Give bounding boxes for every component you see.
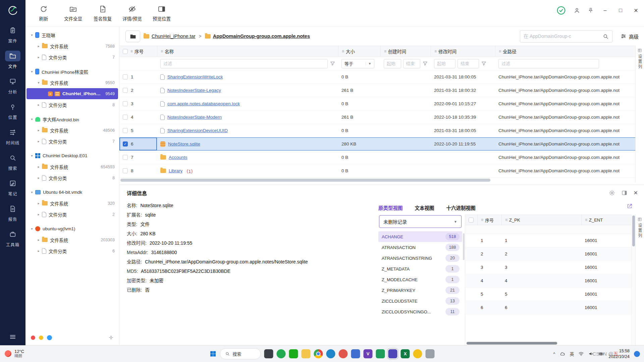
tree-node-label[interactable]: 李大辉Android.bin <box>43 116 115 123</box>
sidebar-item-8[interactable]: 报告 <box>1 201 24 225</box>
table-row[interactable]: 5SharingExtensionDeviceUUID0 B2021-03-31… <box>119 124 635 137</box>
viewer-tab-3[interactable]: 十六进制视图 <box>446 204 476 211</box>
tree-node[interactable]: ▸文件分类8 <box>26 99 118 110</box>
tree-chevron-icon[interactable]: ▸ <box>36 201 41 205</box>
table-row[interactable]: 7Accounts0 BChunHei_iPhone.tar/AppDomain… <box>119 151 635 164</box>
volume-icon[interactable] <box>588 351 594 357</box>
file-link[interactable]: Library <box>169 168 182 173</box>
table-row[interactable]: 2NotesIndexerState-Legacy261 B2021-03-31… <box>119 84 635 97</box>
tree-node[interactable]: ▸文件分类2 <box>26 209 118 220</box>
tree-chevron-icon[interactable]: ▾ <box>29 190 35 194</box>
grid-scrollbar-thumb[interactable] <box>467 342 557 345</box>
breadcrumb-label[interactable]: ChunHei_iPhone.tar <box>152 34 196 39</box>
open-external-icon[interactable] <box>627 203 633 209</box>
taskbar-search[interactable]: 搜索 <box>220 348 261 359</box>
tree-node-label[interactable]: 文件系统 <box>50 164 98 170</box>
tree-chevron-icon[interactable]: ▾ <box>29 33 35 37</box>
search-input[interactable] <box>524 34 600 39</box>
tree-node-label[interactable]: Ubuntu 64-bit.vmdk <box>43 190 115 195</box>
battery-icon[interactable] <box>598 351 604 357</box>
tree-node[interactable]: ▾王晓琳 <box>26 29 118 41</box>
column-settings-strip[interactable]: 设置列 <box>635 215 644 345</box>
name-filter-input[interactable] <box>160 59 328 68</box>
path-filter-input[interactable] <box>498 59 599 68</box>
db-table-name[interactable]: ZICCLOUDSTATE <box>382 299 417 304</box>
record-row[interactable]: 3316001 <box>465 261 631 274</box>
advanced-search-button[interactable]: 高级 <box>621 33 639 40</box>
file-link[interactable]: NoteStore.sqlite <box>168 141 200 146</box>
record-row[interactable]: 1116001 <box>465 234 631 247</box>
file-link[interactable]: Accounts <box>169 155 187 160</box>
taskbar-app-icon-10[interactable] <box>376 349 385 358</box>
db-table-name[interactable]: Z_PRIMARYKEY <box>382 288 415 293</box>
taskbar-app-icon-9[interactable]: V <box>364 349 373 358</box>
db-table-item[interactable]: ZICCLOUDSTATE13 <box>378 296 462 306</box>
taskbar-app-icon-3[interactable] <box>289 349 298 358</box>
record-row[interactable]: 5516001 <box>465 288 631 301</box>
tree-node[interactable]: ▾李大辉Android.bin <box>26 114 118 125</box>
created-end-input[interactable] <box>403 59 421 68</box>
scrollbar-thumb[interactable] <box>120 179 490 182</box>
file-link[interactable]: NotesIndexerState-Modern <box>167 115 222 120</box>
tree-node[interactable]: ▸文件分类7 <box>26 52 118 63</box>
tree-node-label[interactable]: ubuntu-vg(lvm1) <box>43 226 115 231</box>
taskbar-app-icon-2[interactable] <box>277 349 286 358</box>
tree-node[interactable]: ▾ubuntu-vg(lvm1) <box>26 223 118 234</box>
tree-node-label[interactable]: 文件系统 <box>50 200 105 207</box>
table-row[interactable]: 4NotesIndexerState-Modern261 B2022-10-18… <box>119 111 635 124</box>
row-checkbox[interactable] <box>123 101 128 106</box>
start-button[interactable] <box>210 350 217 357</box>
tree-node-label[interactable]: 文件系统 <box>50 127 100 134</box>
tree-chevron-icon[interactable]: ▸ <box>36 128 41 132</box>
column-size[interactable]: 大小 <box>346 48 355 55</box>
tree-chevron-icon[interactable]: ▾ <box>29 227 35 231</box>
db-table-name[interactable]: Z_MODELCACHE <box>382 277 418 282</box>
grid-vertical-scrollbar[interactable] <box>631 215 635 345</box>
row-checkbox[interactable] <box>123 74 128 79</box>
column-created[interactable]: 创建时间 <box>388 48 406 55</box>
tree-node[interactable]: ▸文件系统320 <box>26 198 118 209</box>
folder-up-button[interactable] <box>125 31 140 42</box>
record-row[interactable]: 6616001 <box>465 301 631 314</box>
table-row[interactable]: 1SharingExtensionWriteLock0 B2021-03-31 … <box>119 70 635 84</box>
child-count-link[interactable]: （1） <box>184 168 196 174</box>
tree-chevron-icon[interactable]: ▸ <box>36 249 41 253</box>
db-table-name[interactable]: ATRANSACTIONSTRING <box>382 256 432 261</box>
tree-node-label[interactable]: 文件分类 <box>49 138 110 145</box>
row-checkbox[interactable] <box>123 155 128 160</box>
tree-chevron-icon[interactable]: ▾ <box>29 70 35 73</box>
list-scrollbar-thumb[interactable] <box>463 233 465 260</box>
tree-node[interactable]: ▸文件分类7 <box>26 136 118 147</box>
tree-node[interactable]: ▸文件系统7588 <box>26 41 118 52</box>
app-logo[interactable] <box>0 0 25 21</box>
db-table-item[interactable]: Z_PRIMARYKEY21 <box>378 285 462 296</box>
filter-funnel-icon[interactable] <box>422 61 428 66</box>
red-dot-icon[interactable] <box>31 336 35 340</box>
taskbar-app-icon-4[interactable] <box>302 349 311 358</box>
modified-end-input[interactable] <box>458 59 479 68</box>
select-all-checkbox[interactable] <box>123 49 128 54</box>
weather-widget[interactable]: 12°C 晴朗 <box>0 349 29 359</box>
detail-close-icon[interactable]: ✕ <box>634 190 638 196</box>
grid-column-zpk[interactable]: Z_PK <box>509 218 520 223</box>
breadcrumb-segment-1[interactable]: ChunHei_iPhone.tar <box>144 34 196 39</box>
db-table-name[interactable]: ACHANGE <box>382 234 403 239</box>
tree-node[interactable]: ▾文件系统9550 <box>26 77 118 88</box>
tree-node[interactable]: ▸文件分类8 <box>26 172 118 183</box>
grid-horizontal-scrollbar[interactable] <box>465 341 631 345</box>
taskbar-app-icon-5[interactable] <box>314 349 323 358</box>
record-filter-select[interactable]: 未删除记录 ▼ <box>379 215 462 228</box>
tree-node[interactable]: ▸文件系统654593 <box>26 161 118 172</box>
table-row[interactable]: 8Library（1）0 BChunHei_iPhone.tar/AppDoma… <box>119 164 635 178</box>
grid-column-zent[interactable]: Z_ENT <box>589 218 603 223</box>
taskbar-app-icon-7[interactable] <box>339 349 348 358</box>
tree-chevron-icon[interactable]: ▸ <box>36 44 41 48</box>
file-link[interactable]: com.apple.notes.databaseopen.lock <box>167 101 240 106</box>
toolbar-button-4[interactable]: 详情/预览 <box>117 0 147 26</box>
row-checkbox[interactable] <box>123 168 128 173</box>
tree-node-label[interactable]: ChunHei Desktop.E01 <box>43 153 115 158</box>
tree-chevron-icon[interactable]: ▸ <box>36 238 41 242</box>
column-settings-strip[interactable]: 设置列 <box>635 46 644 183</box>
menu-icon[interactable] <box>9 333 16 341</box>
tree-node-label[interactable]: 文件系统 <box>50 237 98 243</box>
